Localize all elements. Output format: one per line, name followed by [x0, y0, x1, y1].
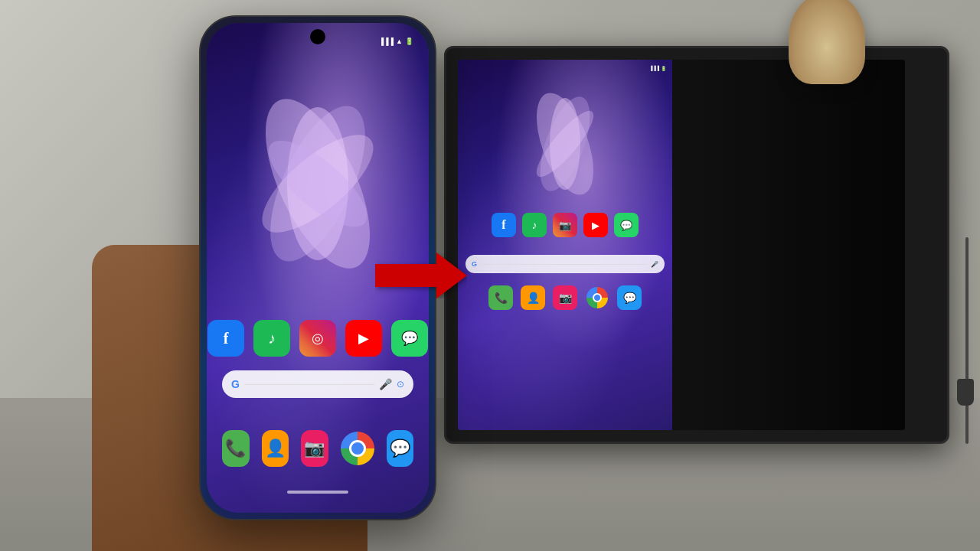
spotify-symbol: ♪ [268, 330, 276, 347]
messages-symbol: 💬 [390, 439, 410, 458]
tv-phone-mirror: ▐▐▐ 🔋 f [458, 60, 672, 430]
tv-app-facebook: f [492, 213, 516, 239]
red-arrow [375, 253, 452, 298]
chrome-symbol [341, 432, 374, 465]
tv-spotify-icon: ♪ [522, 213, 547, 237]
dock-phone-icon[interactable]: 📞 [222, 430, 250, 467]
search-divider [244, 384, 374, 385]
tv-dock-camera: 📷 [553, 285, 577, 310]
lens-icon: ⊙ [397, 379, 404, 390]
tv-dock-contacts: 👤 [521, 285, 545, 310]
whatsapp-symbol: 💬 [401, 330, 418, 347]
dock-chrome-icon[interactable] [341, 430, 374, 467]
youtube-play: ▶ [358, 330, 369, 347]
phone-app-instagram: ◎ [299, 320, 336, 360]
signal-icon: ▐▐▐ [379, 37, 394, 45]
tv-dark-area [672, 60, 905, 430]
battery-icon: 🔋 [405, 37, 413, 45]
tv-chrome-icon [586, 287, 608, 308]
tv-apps-row: f ♪ 📷 [458, 213, 672, 239]
phone-search-bar[interactable]: G 🎤 ⊙ [222, 370, 413, 398]
cable-plug [957, 379, 974, 406]
tv-status-icons: ▐▐▐ 🔋 [649, 66, 666, 71]
wifi-icon: ▲ [396, 37, 403, 45]
tv-body: ▐▐▐ 🔋 f [444, 46, 949, 444]
instagram-symbol: ◎ [312, 330, 324, 347]
spotify-icon[interactable]: ♪ [253, 320, 290, 357]
tv-content: ▐▐▐ 🔋 f [458, 60, 905, 430]
tv-whatsapp-icon: 💬 [614, 213, 639, 237]
mic-icon: 🎤 [379, 378, 392, 390]
tv-mic-icon: 🎤 [651, 261, 658, 268]
tv-app-spotify: ♪ [522, 213, 547, 239]
tv-search-line [480, 264, 648, 265]
tv-google-g: G [472, 260, 477, 268]
tv-container: ▐▐▐ 🔋 f [444, 46, 980, 444]
google-g-icon: G [231, 378, 240, 390]
tv-dock-chrome [585, 285, 609, 310]
phone-date-display [207, 69, 429, 80]
tv-instagram-icon: 📷 [553, 213, 577, 237]
phone-apps-row: f ♪ ◎ ▶ [207, 320, 429, 360]
phone-camera-notch [310, 29, 325, 44]
lamp-object [789, 0, 865, 84]
tv-app-youtube: ▶ [583, 213, 608, 239]
phone-app-youtube: ▶ [345, 320, 382, 360]
whatsapp-icon[interactable]: 💬 [391, 320, 428, 357]
tv-app-whatsapp: 💬 [614, 213, 639, 239]
dock-messages-icon[interactable]: 💬 [387, 430, 414, 467]
tv-dock: 📞 👤 📷 [458, 285, 672, 310]
cable-wire [965, 237, 969, 444]
phone-app-spotify: ♪ [253, 320, 290, 360]
tv-facebook-icon: f [492, 213, 516, 237]
tv-statusbar: ▐▐▐ 🔋 [464, 66, 666, 71]
phone-status-icons: ▐▐▐ ▲ 🔋 [379, 37, 413, 45]
tv-dock-phone: 📞 [488, 285, 513, 310]
facebook-f-letter: f [224, 330, 229, 347]
svg-marker-4 [375, 253, 467, 298]
dock-camera-icon[interactable]: 📷 [301, 430, 328, 467]
tv-date [458, 83, 672, 90]
tv-screen: ▐▐▐ 🔋 f [458, 60, 905, 430]
tv-youtube-icon: ▶ [583, 213, 608, 237]
camera-symbol: 📷 [304, 439, 325, 458]
hand-area: ▐▐▐ ▲ 🔋 f [92, 0, 413, 551]
phone-dock: 📞 👤 📷 💬 [207, 430, 429, 467]
tv-app-instagram: 📷 [553, 213, 577, 239]
tv-cable-area [942, 199, 980, 444]
phone-call-symbol: 📞 [225, 439, 246, 458]
dock-contacts-icon[interactable]: 👤 [262, 430, 289, 467]
phone-app-facebook: f [207, 320, 244, 360]
tv-wallpaper-art [519, 75, 611, 213]
facebook-icon[interactable]: f [207, 320, 244, 357]
phone-home-indicator [287, 491, 348, 494]
contacts-symbol: 👤 [265, 439, 286, 458]
tv-dock-messages: 💬 [617, 285, 642, 310]
instagram-icon[interactable]: ◎ [299, 320, 336, 357]
phone-app-whatsapp: 💬 [391, 320, 428, 360]
tv-search-bar: G 🎤 [466, 255, 665, 273]
youtube-icon[interactable]: ▶ [345, 320, 382, 357]
